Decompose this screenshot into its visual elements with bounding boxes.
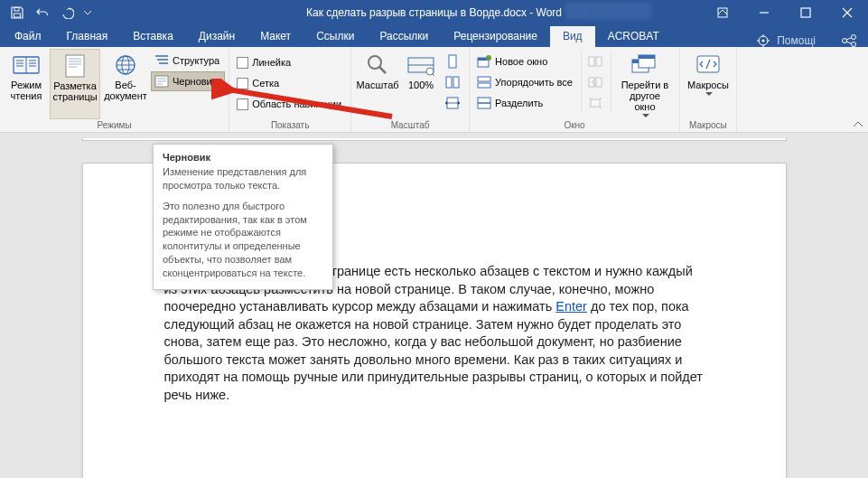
new-window-button[interactable]: Новое окно [473, 52, 578, 71]
group-views: Режим чтения Разметка страницы Веб-докум… [0, 47, 229, 132]
svg-rect-30 [596, 78, 602, 87]
new-window-label: Новое окно [495, 56, 547, 67]
svg-rect-28 [596, 57, 602, 66]
svg-point-14 [369, 56, 381, 69]
hundred-label: 100% [408, 80, 434, 90]
window-title: Как сделать разрыв страницы в Ворде.docx… [306, 6, 562, 19]
tooltip-title: Черновик [163, 152, 323, 163]
tab-design[interactable]: Дизайн [186, 26, 247, 47]
ribbon-options-button[interactable] [702, 0, 743, 25]
one-page-button[interactable] [442, 52, 465, 71]
macros-label: Макросы [687, 80, 729, 90]
chevron-down-icon [642, 114, 649, 118]
document-area[interactable]: Представьте, что у вас на странице есть … [0, 133, 868, 478]
zoom-button[interactable]: Масштаб [355, 49, 400, 119]
share-icon[interactable] [841, 34, 857, 47]
qat-customize[interactable] [81, 0, 94, 25]
multi-page-button[interactable] [442, 72, 465, 92]
outline-icon [154, 54, 169, 67]
titlebar: Как сделать разрыв страницы в Ворде.docx… [0, 0, 868, 25]
minimize-button[interactable] [743, 0, 785, 25]
ruler-label: Линейка [252, 57, 291, 68]
tooltip: Черновик Изменение представления для про… [153, 144, 333, 290]
gridlines-label: Сетка [252, 78, 279, 89]
chevron-down-icon [705, 92, 713, 97]
reset-position-button [584, 93, 608, 113]
page-width-button[interactable] [442, 93, 465, 113]
maximize-button[interactable] [785, 0, 826, 25]
outline-button[interactable]: Структура [151, 51, 225, 70]
text-link: Enter [555, 299, 587, 314]
web-layout-button[interactable]: Веб-документ [101, 49, 150, 119]
ruler-checkbox[interactable]: Линейка [233, 52, 347, 72]
macros-icon [695, 54, 721, 76]
svg-rect-31 [591, 99, 600, 107]
tell-me-label[interactable]: Помощі [777, 34, 816, 47]
switch-windows-label: Перейти в другое окно [618, 80, 672, 112]
svg-rect-24 [478, 77, 490, 81]
quick-access-toolbar [0, 0, 94, 25]
svg-rect-0 [14, 8, 19, 12]
switch-windows-icon [631, 54, 658, 76]
sync-scroll-button [584, 72, 608, 92]
svg-rect-35 [639, 55, 655, 59]
outline-label: Структура [173, 55, 219, 66]
side-by-side-button [584, 52, 608, 71]
svg-point-8 [852, 42, 856, 47]
web-layout-label: Веб-документ [104, 80, 147, 101]
page-width-icon [445, 97, 460, 109]
checkbox-icon [237, 98, 248, 110]
tab-review[interactable]: Рецензирование [441, 26, 550, 47]
read-mode-icon [13, 54, 40, 76]
close-button[interactable] [826, 0, 868, 25]
ribbon-tabs: Файл Главная Вставка Дизайн Макет Ссылки… [0, 25, 868, 47]
tab-layout[interactable]: Макет [247, 26, 303, 47]
save-icon [11, 6, 23, 19]
draft-button[interactable]: Черновик [151, 71, 225, 91]
gridlines-checkbox[interactable]: Сетка [233, 73, 347, 93]
print-layout-button[interactable]: Разметка страницы [50, 49, 100, 119]
tab-insert[interactable]: Вставка [120, 26, 186, 47]
tab-references[interactable]: Ссылки [303, 26, 367, 47]
split-label: Разделить [495, 98, 543, 108]
group-window: Новое окно Упорядочить все Разделить Пер… [470, 47, 680, 132]
tab-file[interactable]: Файл [2, 26, 54, 47]
tab-home[interactable]: Главная [54, 26, 121, 47]
svg-rect-1 [14, 14, 21, 17]
undo-button[interactable] [31, 0, 54, 25]
checkbox-icon [237, 78, 248, 89]
arrange-all-icon [477, 76, 491, 89]
arrange-all-label: Упорядочить все [495, 77, 573, 88]
zoom-group-label: Масштаб [355, 119, 465, 132]
svg-rect-29 [589, 78, 594, 87]
group-show: Линейка Сетка Область навигации Показать [229, 47, 351, 132]
nav-pane-label: Область навигации [252, 98, 341, 109]
tab-acrobat[interactable]: ACROBAT [595, 26, 672, 47]
nav-pane-checkbox[interactable]: Область навигации [233, 94, 347, 114]
switch-windows-button[interactable]: Перейти в другое окно [614, 49, 676, 119]
tab-mailings[interactable]: Рассылки [367, 26, 441, 47]
tab-view[interactable]: Вид [550, 26, 595, 47]
user-account-blurred [565, 3, 651, 19]
read-mode-label: Режим чтения [7, 80, 45, 101]
collapse-ribbon-button[interactable] [854, 120, 863, 130]
arrange-all-button[interactable]: Упорядочить все [473, 72, 578, 92]
page-previous [82, 138, 787, 141]
hundred-percent-button[interactable]: 100% [401, 49, 441, 119]
show-group-label: Показать [233, 119, 347, 132]
draft-icon [154, 75, 169, 88]
group-macros: Макросы Макросы [680, 47, 737, 132]
split-button[interactable]: Разделить [473, 93, 578, 113]
checkbox-icon [237, 57, 248, 69]
macros-group-label: Макросы [684, 119, 733, 132]
macros-button[interactable]: Макросы [684, 49, 733, 119]
svg-rect-25 [478, 83, 490, 88]
hundred-icon [407, 54, 434, 76]
svg-point-23 [486, 55, 491, 61]
read-mode-button[interactable]: Режим чтения [4, 49, 49, 119]
svg-rect-19 [453, 77, 459, 88]
save-button[interactable] [5, 0, 29, 25]
redo-button[interactable] [56, 0, 79, 25]
tooltip-text: Изменение представления для просмотра то… [163, 165, 323, 192]
new-window-icon [477, 55, 491, 68]
